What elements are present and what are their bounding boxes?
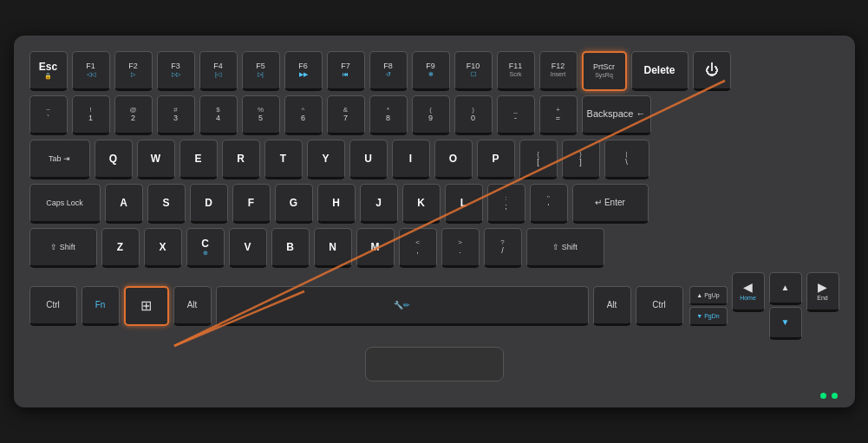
key-h[interactable]: H bbox=[317, 184, 356, 224]
key-x[interactable]: X bbox=[144, 228, 182, 268]
key-z[interactable]: Z bbox=[101, 228, 140, 268]
key-f10[interactable]: F10 ☐ bbox=[454, 51, 493, 91]
key-1[interactable]: ! 1 bbox=[72, 95, 110, 135]
keyboard-container: Esc 🔒 F1 ◁◁ F2 ▷ F3 ▷▷ F4 |◁ F5 ▷| bbox=[14, 36, 855, 407]
key-v[interactable]: V bbox=[229, 228, 267, 268]
key-t[interactable]: T bbox=[264, 140, 303, 179]
key-fn[interactable]: Fn bbox=[82, 286, 120, 326]
key-n[interactable]: N bbox=[314, 228, 352, 268]
led-indicators bbox=[820, 393, 838, 399]
key-6[interactable]: ^ 6 bbox=[284, 95, 323, 135]
key-period[interactable]: > . bbox=[441, 228, 480, 268]
key-i[interactable]: I bbox=[392, 140, 430, 179]
key-pgdn[interactable]: ▼ PgDn bbox=[689, 307, 728, 326]
key-k[interactable]: K bbox=[402, 184, 441, 224]
key-comma[interactable]: < , bbox=[399, 228, 437, 268]
key-0[interactable]: ) 0 bbox=[454, 95, 493, 135]
led-dot-2 bbox=[832, 393, 838, 399]
key-right-arrow[interactable]: ▶ End bbox=[806, 272, 839, 312]
key-up-arrow[interactable]: ▲ bbox=[769, 272, 802, 305]
key-l[interactable]: L bbox=[445, 184, 483, 224]
key-a[interactable]: A bbox=[105, 184, 143, 224]
key-delete[interactable]: Delete bbox=[631, 51, 689, 91]
key-s[interactable]: S bbox=[147, 184, 186, 224]
nav-key-group: ▲ PgUp ▼ PgDn bbox=[689, 286, 728, 326]
key-f4[interactable]: F4 |◁ bbox=[199, 51, 238, 91]
key-f8[interactable]: F8 ↺ bbox=[369, 51, 408, 91]
key-g[interactable]: G bbox=[275, 184, 313, 224]
key-backslash[interactable]: | \ bbox=[604, 140, 649, 179]
number-key-row: ~ ` ! 1 @ 2 # 3 $ 4 % 5 bbox=[29, 95, 839, 135]
key-down-arrow[interactable]: ▼ bbox=[769, 307, 802, 340]
key-f2[interactable]: F2 ▷ bbox=[114, 51, 153, 91]
key-home-pgup[interactable]: ▲ PgUp bbox=[689, 286, 728, 305]
key-f5[interactable]: F5 ▷| bbox=[242, 51, 280, 91]
key-2[interactable]: @ 2 bbox=[114, 95, 153, 135]
key-f9[interactable]: F9 ✻ bbox=[412, 51, 450, 91]
bottom-key-row: Ctrl Fn ⊞ Alt 🔧✏ Alt Ctrl bbox=[29, 272, 839, 340]
key-f7[interactable]: F7 ⏮ bbox=[327, 51, 365, 91]
key-8[interactable]: * 8 bbox=[369, 95, 408, 135]
key-5[interactable]: % 5 bbox=[242, 95, 280, 135]
key-f3[interactable]: F3 ▷▷ bbox=[157, 51, 195, 91]
key-p[interactable]: P bbox=[477, 140, 515, 179]
key-left-arrow[interactable]: ◀ Home bbox=[732, 272, 765, 312]
keyboard-rows: Esc 🔒 F1 ◁◁ F2 ▷ F3 ▷▷ F4 |◁ F5 ▷| bbox=[29, 51, 839, 340]
key-b[interactable]: B bbox=[271, 228, 310, 268]
arrow-group: ◀ Home ▲ ▼ ▶ End bbox=[732, 272, 839, 340]
key-caps-lock[interactable]: Caps Lock bbox=[29, 184, 101, 224]
qwerty-key-row: Tab ⇥ Q W E R T Y U I bbox=[29, 140, 839, 179]
key-power[interactable]: ⏻ bbox=[693, 51, 731, 91]
key-equals[interactable]: + = bbox=[539, 95, 578, 135]
function-key-row: Esc 🔒 F1 ◁◁ F2 ▷ F3 ▷▷ F4 |◁ F5 ▷| bbox=[29, 51, 839, 91]
key-f1[interactable]: F1 ◁◁ bbox=[72, 51, 110, 91]
key-win[interactable]: ⊞ bbox=[124, 286, 169, 326]
key-prtscr[interactable]: PrtScr SysRq bbox=[582, 51, 627, 91]
key-semicolon[interactable]: : ; bbox=[487, 184, 525, 224]
key-f[interactable]: F bbox=[232, 184, 271, 224]
key-r[interactable]: R bbox=[222, 140, 260, 179]
key-u[interactable]: U bbox=[349, 140, 388, 179]
key-d[interactable]: D bbox=[190, 184, 228, 224]
key-enter[interactable]: ↵ Enter bbox=[572, 184, 649, 224]
key-w[interactable]: W bbox=[137, 140, 175, 179]
key-right-ctrl[interactable]: Ctrl bbox=[636, 286, 683, 326]
touchpad[interactable] bbox=[365, 347, 504, 381]
key-left-ctrl[interactable]: Ctrl bbox=[29, 286, 77, 326]
key-j[interactable]: J bbox=[360, 184, 398, 224]
esc-label: Esc bbox=[39, 61, 57, 73]
key-slash[interactable]: ? / bbox=[484, 228, 522, 268]
nav-top-row: ▲ PgUp bbox=[689, 286, 728, 305]
key-o[interactable]: O bbox=[434, 140, 473, 179]
up-down-arrows: ▲ ▼ bbox=[769, 272, 802, 340]
key-right-alt[interactable]: Alt bbox=[593, 286, 631, 326]
key-m[interactable]: M bbox=[356, 228, 395, 268]
key-9[interactable]: ( 9 bbox=[412, 95, 450, 135]
key-f11[interactable]: F11 Scrk bbox=[497, 51, 535, 91]
key-q[interactable]: Q bbox=[95, 140, 133, 179]
esc-sub: 🔒 bbox=[44, 73, 52, 80]
nav-bot-row: ▼ PgDn bbox=[689, 307, 728, 326]
key-left-shift[interactable]: ⇧ Shift bbox=[29, 228, 97, 268]
key-minus[interactable]: _ - bbox=[497, 95, 535, 135]
key-esc[interactable]: Esc 🔒 bbox=[29, 51, 68, 91]
key-y[interactable]: Y bbox=[307, 140, 345, 179]
key-4[interactable]: $ 4 bbox=[199, 95, 238, 135]
key-space[interactable]: 🔧✏ bbox=[216, 286, 589, 326]
key-c[interactable]: C ⊕ bbox=[186, 228, 225, 268]
zxcv-key-row: ⇧ Shift Z X C ⊕ V B N M bbox=[29, 228, 839, 268]
key-rbracket[interactable]: } ] bbox=[562, 140, 600, 179]
key-quote[interactable]: " ' bbox=[530, 184, 568, 224]
key-left-alt[interactable]: Alt bbox=[173, 286, 212, 326]
key-backtick[interactable]: ~ ` bbox=[29, 95, 68, 135]
key-backspace[interactable]: Backspace ← bbox=[582, 95, 651, 135]
key-f12[interactable]: F12 Insert bbox=[539, 51, 578, 91]
key-tab[interactable]: Tab ⇥ bbox=[29, 140, 90, 179]
key-f6[interactable]: F6 ▶▶ bbox=[284, 51, 323, 91]
key-3[interactable]: # 3 bbox=[157, 95, 195, 135]
key-right-shift[interactable]: ⇧ Shift bbox=[526, 228, 604, 268]
key-e[interactable]: E bbox=[179, 140, 218, 179]
key-lbracket[interactable]: { [ bbox=[519, 140, 558, 179]
key-7[interactable]: & 7 bbox=[327, 95, 365, 135]
asdf-key-row: Caps Lock A S D F G H J bbox=[29, 184, 839, 224]
